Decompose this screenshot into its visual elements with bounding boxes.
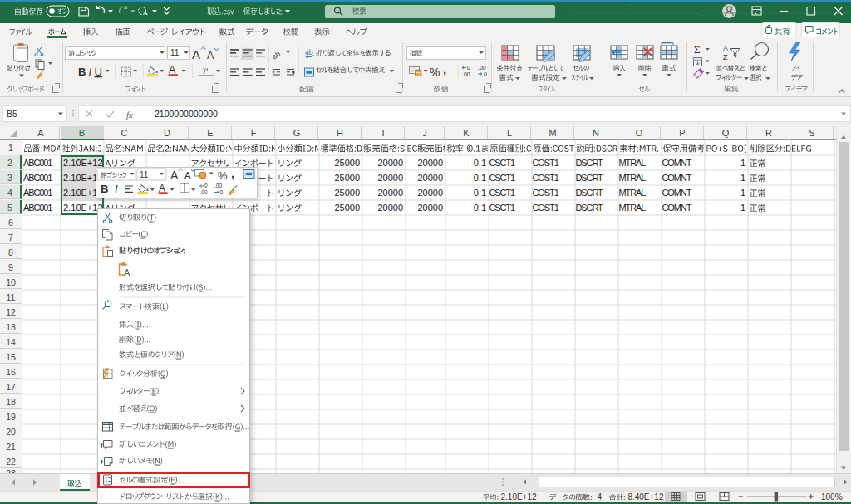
svg-text:A: A — [124, 267, 130, 277]
